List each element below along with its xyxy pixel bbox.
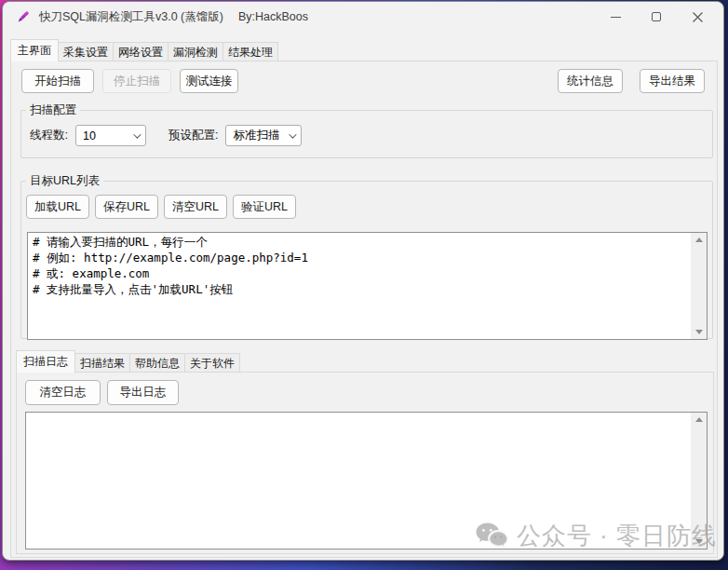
- tab-scan-log[interactable]: 扫描日志: [16, 350, 75, 373]
- wechat-icon: [475, 522, 510, 551]
- watermark-text: 公众号 · 零日防线: [517, 520, 717, 552]
- scan-config-title: 扫描配置: [26, 102, 80, 118]
- stats-info-button[interactable]: 统计信息: [558, 69, 623, 93]
- preset-config-label: 预设配置:: [169, 128, 218, 143]
- test-connection-button[interactable]: 测试连接: [180, 69, 238, 93]
- thread-count-value: 10: [83, 129, 96, 142]
- clear-log-button[interactable]: 清空日志: [25, 380, 101, 405]
- window-controls: [595, 2, 718, 32]
- clear-url-button[interactable]: 清空URL: [164, 195, 227, 219]
- tab-network-settings[interactable]: 网络设置: [113, 42, 169, 61]
- window-title: 快刀SQL漏洞检测工具v3.0 (蒸馏版): [39, 9, 223, 25]
- start-scan-button[interactable]: 开始扫描: [21, 69, 94, 93]
- app-window: 快刀SQL漏洞检测工具v3.0 (蒸馏版) By:HackBoos 主界面 采集…: [2, 1, 724, 561]
- tab-result-process[interactable]: 结果处理: [222, 42, 278, 61]
- url-list-textarea[interactable]: # 请输入要扫描的URL，每行一个 # 例如: http://example.c…: [27, 232, 708, 340]
- minimize-icon: [611, 17, 621, 18]
- export-results-button[interactable]: 导出结果: [640, 69, 705, 93]
- url-list-scrollbar[interactable]: [691, 233, 707, 339]
- preset-config-value: 标准扫描: [233, 128, 279, 143]
- preset-config-select[interactable]: 标准扫描: [225, 125, 302, 146]
- tab-about-software[interactable]: 关于软件: [184, 353, 240, 373]
- chevron-down-icon: [133, 130, 141, 138]
- url-list-content[interactable]: # 请输入要扫描的URL，每行一个 # 例如: http://example.c…: [28, 233, 691, 339]
- tab-vuln-detect[interactable]: 漏洞检测: [168, 42, 223, 61]
- tab-scan-results[interactable]: 扫描结果: [74, 353, 130, 373]
- thread-count-label: 线程数:: [30, 128, 68, 143]
- close-icon: [693, 12, 703, 22]
- watermark: 公众号 · 零日防线: [475, 520, 717, 552]
- app-pen-icon: [15, 9, 31, 25]
- title-bar: 快刀SQL漏洞检测工具v3.0 (蒸馏版) By:HackBoos: [3, 2, 723, 32]
- window-byline: By:HackBoos: [238, 10, 308, 23]
- target-url-title: 目标URL列表: [26, 173, 103, 189]
- export-log-button[interactable]: 导出日志: [107, 380, 179, 405]
- load-url-button[interactable]: 加载URL: [26, 195, 89, 219]
- scan-config-groupbox: 扫描配置 线程数: 10 预设配置: 标准扫描: [20, 102, 713, 158]
- verify-url-button[interactable]: 验证URL: [233, 195, 296, 219]
- maximize-icon: [652, 12, 661, 21]
- bottom-tab-strip: 扫描日志 扫描结果 帮助信息 关于软件: [16, 350, 239, 373]
- target-url-groupbox: 目标URL列表 加载URL 保存URL 清空URL 验证URL # 请输入要扫描…: [20, 173, 713, 339]
- minimize-button[interactable]: [595, 2, 636, 32]
- stop-scan-button[interactable]: 停止扫描: [102, 69, 171, 93]
- tab-main-page[interactable]: 主界面: [10, 39, 59, 61]
- chevron-down-icon: [290, 130, 297, 138]
- scroll-up-icon[interactable]: [695, 238, 703, 242]
- scroll-up-icon[interactable]: [695, 417, 703, 422]
- close-button[interactable]: [677, 2, 718, 32]
- desktop: { "titlebar": { "title": "快刀SQL漏洞检测工具v3.…: [0, 0, 728, 570]
- save-url-button[interactable]: 保存URL: [95, 195, 158, 219]
- tab-help-info[interactable]: 帮助信息: [129, 353, 185, 373]
- scroll-down-icon[interactable]: [695, 330, 703, 334]
- maximize-button[interactable]: [636, 2, 677, 32]
- main-tab-strip: 主界面 采集设置 网络设置 漏洞检测 结果处理: [10, 39, 277, 61]
- tab-collect-settings[interactable]: 采集设置: [58, 42, 114, 61]
- thread-count-select[interactable]: 10: [75, 125, 146, 146]
- main-tab-page: 开始扫描 停止扫描 测试连接 统计信息 导出结果 扫描配置 线程数: 10 预设…: [10, 61, 718, 558]
